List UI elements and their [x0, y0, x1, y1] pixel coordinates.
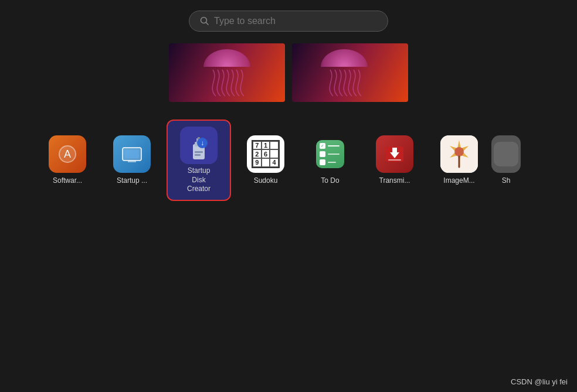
svg-text:A: A: [64, 148, 71, 160]
todo-check-1: ✓: [320, 143, 325, 149]
wallpaper-thumb-2[interactable]: [292, 43, 408, 102]
sudoku-cell-1: 1: [262, 141, 270, 150]
todo-line-2: [328, 154, 340, 155]
app-icon-startup-applications: [113, 135, 151, 173]
app-label-sudoku: Sudoku: [254, 176, 278, 186]
todo-icon-inner: ✓: [316, 140, 344, 168]
svg-rect-14: [195, 151, 203, 153]
sudoku-cell-5: [270, 149, 279, 158]
app-item-transmission[interactable]: Transmi...: [362, 131, 427, 190]
svg-line-1: [206, 23, 209, 25]
app-icon-partial: [491, 135, 521, 173]
svg-rect-15: [195, 154, 201, 156]
wallpaper-row: [0, 43, 577, 102]
search-icon: [200, 16, 209, 26]
app-item-todo[interactable]: ✓ To Do: [298, 131, 362, 190]
sudoku-grid: 7 1 2 6 9 4: [252, 140, 280, 168]
todo-line-1: [328, 145, 340, 146]
svg-text:↓: ↓: [201, 139, 204, 147]
app-label-partial: Sh: [502, 176, 511, 186]
app-icon-startup-disk-creator: ↓: [180, 127, 218, 164]
sudoku-cell-0: 7: [253, 141, 262, 150]
bottom-attribution: CSDN @liu yi fei: [511, 377, 568, 386]
app-icon-imagemagick: [440, 135, 478, 173]
svg-rect-7: [128, 161, 136, 162]
app-label-startup-applications: Startup ...: [117, 176, 147, 186]
search-container: [0, 0, 577, 32]
svg-rect-18: [392, 148, 397, 154]
app-item-software-updater[interactable]: A Softwar...: [35, 131, 100, 190]
svg-point-22: [454, 147, 464, 156]
wallpaper-thumb-1[interactable]: [169, 43, 285, 102]
sudoku-cell-2: [270, 141, 279, 150]
app-item-partial[interactable]: Sh: [491, 131, 521, 190]
sudoku-cell-7: [262, 158, 270, 167]
todo-check-3: [320, 159, 325, 165]
todo-row-3: [320, 159, 341, 165]
app-label-todo: To Do: [321, 176, 339, 186]
sudoku-cell-4: 6: [262, 149, 270, 158]
svg-rect-19: [388, 159, 401, 161]
app-label-startup-disk-creator: Startup Disk Creator: [187, 166, 211, 194]
todo-row-2: [320, 151, 341, 157]
sudoku-cell-8: 4: [270, 158, 279, 167]
search-input[interactable]: [214, 16, 377, 26]
app-item-startup-applications[interactable]: Startup ...: [100, 131, 164, 190]
app-item-imagemagick[interactable]: ImageM...: [427, 131, 491, 190]
svg-rect-6: [125, 150, 139, 158]
app-icon-transmission: [376, 135, 413, 173]
todo-row-1: ✓: [320, 143, 341, 149]
app-label-imagemagick: ImageM...: [443, 176, 474, 186]
app-icon-todo: ✓: [311, 135, 349, 173]
app-item-startup-disk-creator[interactable]: ↓ Startup Disk Creator: [167, 120, 231, 201]
todo-line-3: [328, 162, 336, 163]
app-icon-sudoku: 7 1 2 6 9 4: [247, 135, 284, 173]
app-item-sudoku[interactable]: 7 1 2 6 9 4 Sudoku: [233, 131, 298, 190]
sudoku-cell-3: 2: [253, 149, 262, 158]
sudoku-cell-6: 9: [253, 158, 262, 167]
svg-rect-24: [494, 142, 518, 166]
app-grid: A Softwar... Startup ...: [0, 120, 577, 201]
search-bar[interactable]: [189, 11, 388, 32]
app-label-software-updater: Softwar...: [53, 176, 82, 186]
app-icon-software-updater: A: [49, 135, 86, 173]
todo-check-2: [320, 151, 325, 157]
app-label-transmission: Transmi...: [379, 176, 410, 186]
